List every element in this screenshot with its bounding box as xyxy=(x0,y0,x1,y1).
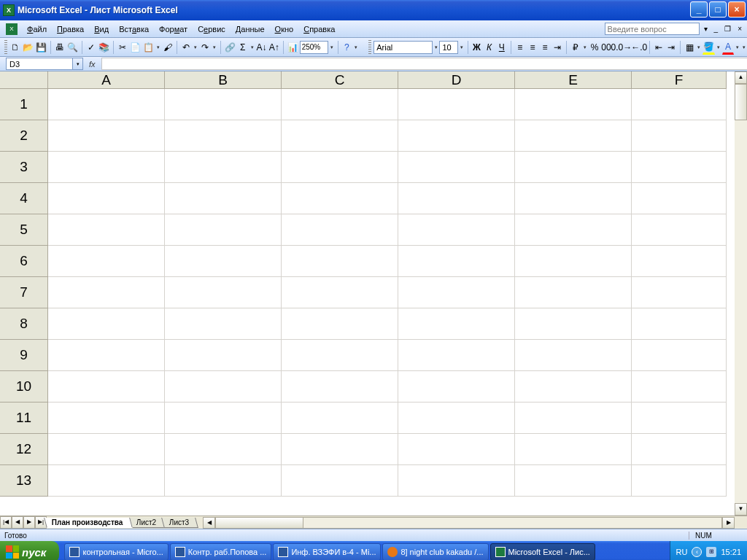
column-header[interactable]: E xyxy=(515,71,632,89)
row-header[interactable]: 3 xyxy=(0,152,48,183)
cell[interactable] xyxy=(632,183,727,214)
taskbar-item[interactable]: контрольная - Micro... xyxy=(64,543,168,560)
cell[interactable] xyxy=(165,434,282,465)
start-button[interactable]: пуск xyxy=(0,541,59,560)
cell[interactable] xyxy=(165,152,282,183)
cell[interactable] xyxy=(165,308,282,340)
doc-minimize-button[interactable]: _ xyxy=(712,25,721,33)
menu-data[interactable]: Данные xyxy=(231,23,270,36)
paste-button[interactable]: 📋 xyxy=(142,40,155,55)
column-header[interactable]: A xyxy=(48,71,165,89)
row-header[interactable]: 1 xyxy=(0,89,48,120)
ask-a-question-input[interactable] xyxy=(605,23,700,35)
print-button[interactable]: 🖶 xyxy=(54,40,66,55)
scroll-right-button[interactable]: ▶ xyxy=(722,517,735,529)
sheet-tab[interactable]: Лист2 xyxy=(128,518,166,528)
cell[interactable] xyxy=(282,89,398,120)
scroll-track[interactable] xyxy=(735,84,747,503)
cell[interactable] xyxy=(398,308,515,340)
clock[interactable]: 15:21 xyxy=(721,548,741,556)
zoom-combobox[interactable]: 250% xyxy=(300,41,328,54)
cell[interactable] xyxy=(632,340,727,371)
cell[interactable] xyxy=(48,371,165,402)
taskbar-item[interactable]: Инф. ВЗЭФИ в-4 - Mi... xyxy=(273,543,381,560)
cell[interactable] xyxy=(165,183,282,214)
cell[interactable] xyxy=(165,465,282,497)
open-button[interactable]: 📂 xyxy=(22,40,34,55)
tab-nav-prev-button[interactable]: ◀ xyxy=(12,516,23,529)
cell[interactable] xyxy=(632,465,727,497)
cell[interactable] xyxy=(165,371,282,402)
cell[interactable] xyxy=(282,152,398,183)
cell[interactable] xyxy=(398,402,515,434)
maximize-button[interactable]: □ xyxy=(709,1,727,18)
cell[interactable] xyxy=(165,246,282,277)
menu-view[interactable]: Вид xyxy=(89,23,114,36)
taskbar-item[interactable]: Контр. раб.Попова ... xyxy=(170,543,272,560)
taskbar-item[interactable]: 8] night club kakadu /... xyxy=(382,543,488,560)
align-center-button[interactable]: ≡ xyxy=(527,40,538,55)
cell[interactable] xyxy=(48,246,165,277)
column-header[interactable]: F xyxy=(632,71,727,89)
select-all-corner[interactable] xyxy=(0,71,48,89)
cell[interactable] xyxy=(165,120,282,152)
align-left-button[interactable]: ≡ xyxy=(514,40,526,55)
copy-button[interactable]: 📄 xyxy=(129,40,142,55)
bold-button[interactable]: Ж xyxy=(471,40,482,55)
cell[interactable] xyxy=(282,340,398,371)
doc-restore-button[interactable]: ❐ xyxy=(722,25,733,33)
cell[interactable] xyxy=(632,402,727,434)
font-size-dropdown-icon[interactable]: ▾ xyxy=(459,44,465,50)
column-header[interactable]: C xyxy=(282,71,398,89)
language-indicator[interactable]: RU xyxy=(676,548,688,556)
formula-input[interactable] xyxy=(101,58,747,70)
row-header[interactable]: 10 xyxy=(0,371,48,402)
cell[interactable] xyxy=(282,371,398,402)
format-painter-button[interactable]: 🖌 xyxy=(162,40,174,55)
row-header[interactable]: 13 xyxy=(0,465,48,497)
cell[interactable] xyxy=(48,402,165,434)
cell[interactable] xyxy=(398,371,515,402)
cell[interactable] xyxy=(632,152,727,183)
fill-color-button[interactable]: 🪣 xyxy=(703,40,715,55)
underline-button[interactable]: Ч xyxy=(496,40,508,55)
autosum-dropdown-icon[interactable]: ▾ xyxy=(249,44,255,50)
document-icon[interactable]: X xyxy=(6,23,18,35)
row-header[interactable]: 2 xyxy=(0,120,48,152)
new-button[interactable]: 🗋 xyxy=(9,40,21,55)
font-name-combobox[interactable]: Arial xyxy=(374,41,432,54)
fx-icon[interactable]: fx xyxy=(89,60,96,69)
cell[interactable] xyxy=(398,465,515,497)
toolbar-grip[interactable] xyxy=(4,40,7,55)
print-preview-button[interactable]: 🔍 xyxy=(66,40,79,55)
vertical-scrollbar[interactable]: ▲ ▼ xyxy=(735,71,747,516)
column-header[interactable]: D xyxy=(398,71,515,89)
align-right-button[interactable]: ≡ xyxy=(539,40,551,55)
borders-dropdown-icon[interactable]: ▾ xyxy=(696,44,702,50)
scroll-left-button[interactable]: ◀ xyxy=(203,517,215,529)
menu-insert[interactable]: Вставка xyxy=(114,23,154,36)
menu-help[interactable]: Справка xyxy=(298,23,340,36)
tab-nav-next-button[interactable]: ▶ xyxy=(23,516,35,529)
research-button[interactable]: 📚 xyxy=(98,40,110,55)
cell[interactable] xyxy=(282,183,398,214)
percent-button[interactable]: % xyxy=(589,40,600,55)
cell[interactable] xyxy=(515,152,632,183)
cell[interactable] xyxy=(282,402,398,434)
zoom-dropdown-icon[interactable]: ▾ xyxy=(329,44,335,50)
currency-button[interactable]: ₽ xyxy=(570,40,581,55)
cell[interactable] xyxy=(165,340,282,371)
cell[interactable] xyxy=(48,277,165,308)
row-header[interactable]: 11 xyxy=(0,402,48,434)
row-header[interactable]: 7 xyxy=(0,277,48,308)
cell[interactable] xyxy=(48,152,165,183)
cell[interactable] xyxy=(398,120,515,152)
cell[interactable] xyxy=(632,120,727,152)
font-name-dropdown-icon[interactable]: ▾ xyxy=(433,44,439,50)
sort-desc-button[interactable]: A↑ xyxy=(268,40,280,55)
menu-file[interactable]: Файл xyxy=(22,23,52,36)
cell[interactable] xyxy=(515,183,632,214)
cell[interactable] xyxy=(282,214,398,246)
fill-color-dropdown-icon[interactable]: ▾ xyxy=(716,44,721,50)
cell[interactable] xyxy=(48,434,165,465)
